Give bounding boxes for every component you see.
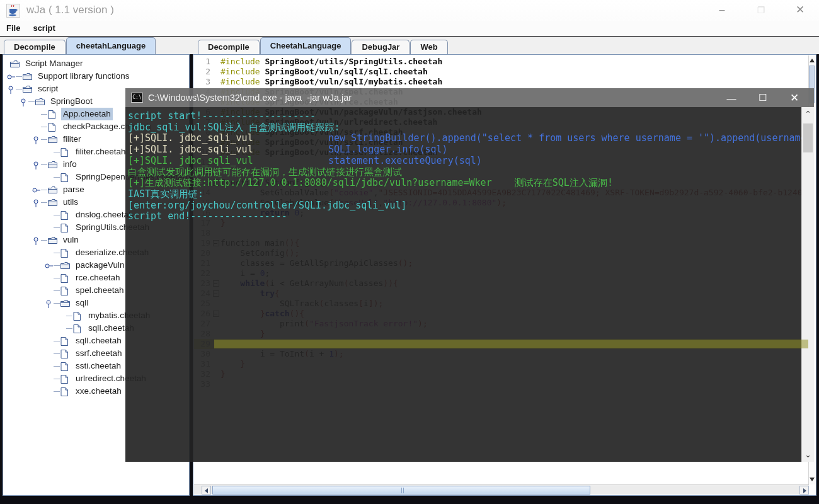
tree-connector xyxy=(41,202,47,203)
tree-item-label: utils xyxy=(61,196,80,209)
code-line: 1#include SpringBoot/utils/SpringUtils.c… xyxy=(194,57,809,67)
code-text: #include SpringBoot/utils/SpringUtils.ch… xyxy=(220,57,809,67)
tree-expand-handle-icon[interactable] xyxy=(7,72,16,81)
tab-cheetahlanguage[interactable]: cheetahLanguage xyxy=(66,37,156,54)
fold-gutter xyxy=(212,77,220,87)
tree-connector xyxy=(54,177,60,178)
tree-connector xyxy=(41,139,47,140)
cmd-titlebar[interactable]: C:\ C:\Windows\System32\cmd.exe - java -… xyxy=(125,88,814,107)
folder-icon xyxy=(60,299,71,308)
tree-item-label: vuln xyxy=(61,234,81,246)
tree-item-label: xxe.cheetah xyxy=(74,385,123,398)
code-line: 3#include SpringBoot/vuln/sqlI/mybatis.c… xyxy=(194,77,809,87)
tree-connector xyxy=(54,227,60,228)
tree-connector xyxy=(16,89,22,89)
tab-debugjar[interactable]: DebugJar xyxy=(352,40,410,54)
scroll-right-arrow[interactable] xyxy=(799,486,809,495)
cmd-window: C:\ C:\Windows\System32\cmd.exe - java -… xyxy=(125,88,814,462)
close-button[interactable]: ✕ xyxy=(786,0,814,20)
console-line: [+]SQLI. jdbc_sqli_vulstatement.executeQ… xyxy=(128,156,799,167)
tab-web[interactable]: Web xyxy=(410,40,447,54)
file-icon xyxy=(60,248,71,258)
file-icon xyxy=(60,362,71,371)
tree-connector xyxy=(66,328,72,329)
tree-item-label: script xyxy=(36,83,60,95)
tab-decompile[interactable]: Decompile xyxy=(198,40,260,54)
line-number: 3 xyxy=(194,77,212,87)
tree-collapse-handle-icon[interactable] xyxy=(32,236,41,244)
folder-icon xyxy=(35,97,46,106)
cmd-minimize-button[interactable]: — xyxy=(716,93,747,103)
cmd-icon: C:\ xyxy=(131,93,143,103)
code-text: #include SpringBoot/vuln/sqlI/mybatis.ch… xyxy=(220,77,809,87)
menu-script[interactable]: script xyxy=(26,21,61,33)
console-line: [+]SQLI. jdbc_sqli_vulSQLI.logger.info(s… xyxy=(128,144,799,156)
editor-horizontal-scrollbar[interactable] xyxy=(194,484,809,495)
tree-connector xyxy=(41,240,47,241)
minimize-button[interactable]: – xyxy=(708,0,736,20)
console-line: [+]SQLI. jdbc_sqli_vulnew StringBuilder(… xyxy=(128,133,799,144)
tab-cheetahlanguage[interactable]: CheetahLanguage xyxy=(260,37,352,54)
tree-connector xyxy=(54,290,60,291)
cmd-scroll-down-icon[interactable]: ⌄ xyxy=(802,450,814,459)
cmd-console-output[interactable]: script start!--------------------jdbc_sq… xyxy=(125,107,814,462)
file-icon xyxy=(72,311,84,321)
tree-expand-handle-icon[interactable] xyxy=(32,185,41,194)
file-icon xyxy=(60,387,71,396)
fold-gutter xyxy=(212,57,220,67)
tree-collapse-handle-icon[interactable] xyxy=(20,97,28,106)
tree-collapse-handle-icon[interactable] xyxy=(32,135,41,144)
tree-collapse-handle-icon[interactable] xyxy=(7,84,16,93)
left-tabs: DecompilecheetahLanguage xyxy=(4,37,156,54)
file-icon xyxy=(60,286,71,295)
tree-collapse-handle-icon[interactable] xyxy=(45,299,54,307)
tree-collapse-handle-icon[interactable] xyxy=(32,160,41,169)
code-line: 2#include SpringBoot/vuln/sqlI/sqlI.chee… xyxy=(194,67,809,77)
tabstrip: DecompilecheetahLanguage DecompileCheeta… xyxy=(0,37,819,54)
tree-collapse-handle-icon[interactable] xyxy=(32,198,41,207)
console-line: [enter:org/joychou/controller/SQLI.jdbc_… xyxy=(128,200,799,212)
tree-item-label: SpringBoot xyxy=(49,95,94,108)
console-line: script end!----------------- xyxy=(128,211,799,222)
cmd-title: C:\Windows\System32\cmd.exe - java -jar … xyxy=(148,93,716,103)
maximize-button[interactable]: ❐ xyxy=(747,0,775,20)
console-line: script start!-------------------- xyxy=(128,111,799,122)
console-line: jdbc_sqli_vul:SQL注入 白盒测试调用链跟踪: xyxy=(128,122,799,134)
cmd-close-button[interactable]: ✕ xyxy=(779,91,810,105)
cmd-scroll-thumb[interactable] xyxy=(803,123,813,152)
tree-item-label: Script Manager xyxy=(23,57,85,70)
tree-expand-handle-icon[interactable] xyxy=(45,261,54,270)
tree-item[interactable]: Script Manager xyxy=(4,57,188,70)
tree-item-label: spel.cheetah xyxy=(74,284,126,297)
scroll-grip xyxy=(401,488,405,493)
scroll-down-arrow-icon[interactable] xyxy=(810,478,815,481)
tree-item-label: info xyxy=(61,158,79,171)
folder-icon xyxy=(9,59,21,69)
cmd-scroll-up-icon[interactable]: ⌃ xyxy=(802,110,814,118)
tree-connector xyxy=(54,353,60,354)
scroll-up-arrow-icon[interactable] xyxy=(810,59,815,62)
scroll-left-arrow[interactable] xyxy=(202,486,211,495)
file-icon xyxy=(47,110,59,119)
tree-item-label: packageVuln xyxy=(74,259,127,272)
console-line: 白盒测试发现此调用链可能存在漏洞，生成测试链接进行黑盒测试 xyxy=(128,167,799,178)
window-title: wJa ( 1.1 version ) xyxy=(26,4,114,16)
menubar: Filescript xyxy=(0,21,819,37)
folder-icon xyxy=(22,84,33,94)
application-frame: wJa ( 1.1 version ) – ❐ ✕ Filescript Dec… xyxy=(0,0,819,504)
folder-icon xyxy=(47,185,59,195)
tab-decompile[interactable]: Decompile xyxy=(4,40,66,54)
file-icon xyxy=(60,336,71,346)
tree-item-label: ssrf.cheetah xyxy=(74,347,124,360)
tree-item[interactable]: Support library functions xyxy=(4,70,188,83)
tree-connector xyxy=(54,341,60,341)
folder-icon xyxy=(47,198,59,207)
cmd-maximize-button[interactable]: ☐ xyxy=(747,92,779,103)
cmd-scrollbar[interactable]: ⌃ ⌄ xyxy=(801,107,814,462)
file-icon xyxy=(72,324,84,333)
code-text: #include SpringBoot/vuln/sqlI/sqlI.cheet… xyxy=(220,67,809,77)
horizontal-scroll-thumb[interactable] xyxy=(212,486,590,495)
tree-connector xyxy=(54,366,60,367)
menu-file[interactable]: File xyxy=(0,21,26,33)
tree-connector xyxy=(54,303,60,304)
